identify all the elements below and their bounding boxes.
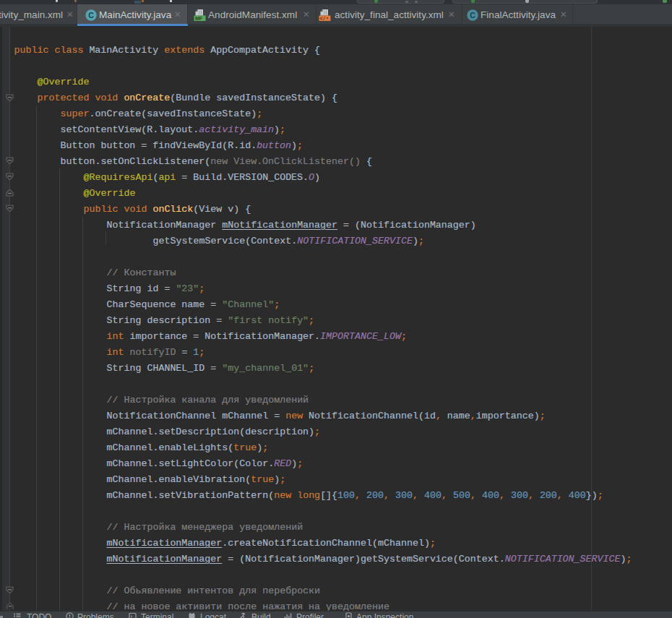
svg-text:C: C <box>88 10 94 19</box>
svg-text:C: C <box>470 10 475 19</box>
svg-text:MF: MF <box>195 16 203 21</box>
svg-text:</: </ <box>320 17 326 22</box>
